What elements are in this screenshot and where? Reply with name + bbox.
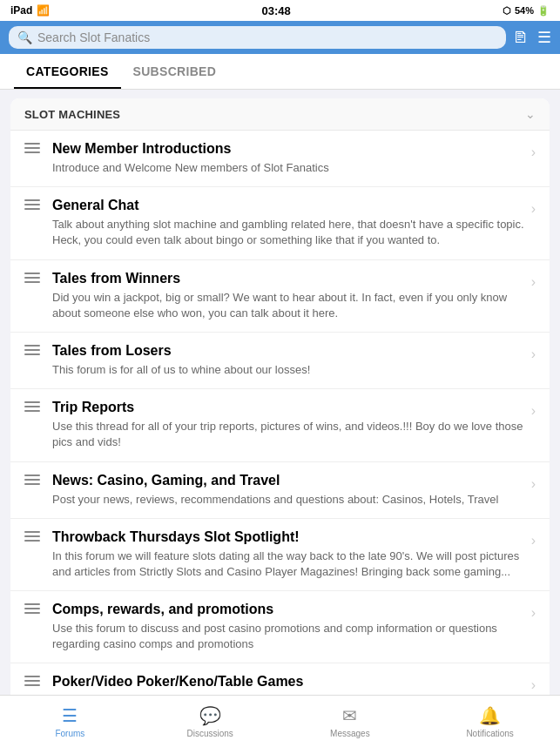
discussions-label: Discussions [186,729,233,738]
forum-name: Trip Reports [52,400,524,415]
chevron-right-icon: › [531,533,536,548]
chevron-right-icon: › [531,403,536,419]
bluetooth-icon: ⬡ [503,5,511,17]
forum-desc: Post your news, reviews, recommendations… [52,492,524,508]
notifications-label: Notifications [466,729,513,738]
forum-desc: Did you win a jackpot, big or small? We … [52,290,524,321]
chevron-right-icon: › [531,605,536,621]
search-placeholder: Search Slot Fanatics [37,30,150,44]
menu-icon[interactable]: ☰ [537,28,551,47]
tab-bar: CATEGORIES SUBSCRIBED [0,54,560,90]
chevron-right-icon: › [531,476,536,492]
section-title: SLOT MACHINES [24,108,120,121]
forum-name: Poker/Video Poker/Keno/Table Games [52,674,524,690]
forums-icon: ☰ [62,705,78,726]
forum-list-icon [24,345,44,355]
forums-label: Forums [55,729,84,738]
forum-name: General Chat [52,198,524,213]
search-bar[interactable]: 🔍 Search Slot Fanatics [9,26,506,49]
forum-content: Tales from Winners Did you win a jackpot… [52,271,524,321]
forum-list-icon [24,401,44,412]
forum-desc: Use this forum to discuss and post casin… [52,621,524,652]
nav-bar: 🔍 Search Slot Fanatics 🖹 ☰ [0,21,560,54]
forum-name: New Member Introductions [52,141,524,157]
bottom-tab-discussions[interactable]: 💬 Discussions [140,696,280,747]
chevron-right-icon: › [531,145,536,160]
forum-list-icon [24,676,44,686]
search-icon: 🔍 [17,30,32,44]
forum-desc: In this forum we will feature slots dati… [52,548,524,580]
forum-list-icon [24,531,44,542]
forum-item[interactable]: New Member Introductions Introduce and W… [10,131,550,187]
messages-label: Messages [330,729,370,738]
messages-icon: ✉ [342,705,357,726]
device-label: iPad [10,4,32,17]
status-bar: iPad 📶 03:48 ⬡ 54% 🔋 [0,0,560,21]
bottom-tab-messages[interactable]: ✉ Messages [280,696,421,747]
forum-desc: Use this thread for all of your trip rep… [52,419,524,450]
chevron-down-icon: ⌄ [525,107,536,121]
forum-name: Comps, rewards, and promotions [52,602,524,617]
bottom-tab-bar: ☰ Forums 💬 Discussions ✉ Messages 🔔 Noti… [0,695,560,747]
forum-list-icon [24,143,44,153]
status-right: ⬡ 54% 🔋 [503,5,550,17]
forum-name: Tales from Losers [52,343,524,359]
main-content: SLOT MACHINES ⌄ New Member Introductions… [0,90,560,747]
section-header[interactable]: SLOT MACHINES ⌄ [10,98,550,131]
battery-label: 54% [515,5,534,16]
time-display: 03:48 [262,4,291,17]
forum-desc: This forum is for all of us to whine abo… [52,362,524,378]
notifications-icon: 🔔 [479,705,501,726]
forum-list-icon [24,474,44,485]
tab-subscribed[interactable]: SUBSCRIBED [121,54,229,89]
forum-content: Trip Reports Use this thread for all of … [52,400,524,450]
forum-item[interactable]: Tales from Losers This forum is for all … [10,333,550,389]
discussions-icon: 💬 [199,705,221,726]
chevron-right-icon: › [531,274,536,290]
status-left: iPad 📶 [10,4,50,17]
forum-item[interactable]: Throwback Thursdays Slot Spotlight! In t… [10,519,550,591]
forum-content: Tales from Losers This forum is for all … [52,343,524,378]
chevron-right-icon: › [531,347,536,362]
forum-item[interactable]: Trip Reports Use this thread for all of … [10,389,550,461]
forum-list-icon [24,199,44,210]
forum-name: News: Casino, Gaming, and Travel [52,473,524,488]
forum-item[interactable]: General Chat Talk about anything slot ma… [10,187,550,259]
forum-content: News: Casino, Gaming, and Travel Post yo… [52,473,524,508]
tab-categories[interactable]: CATEGORIES [14,54,121,89]
wifi-icon: 📶 [37,4,50,17]
bottom-tab-forums[interactable]: ☰ Forums [0,696,140,747]
chevron-right-icon: › [531,677,536,693]
chevron-right-icon: › [531,201,536,217]
bottom-tab-notifications[interactable]: 🔔 Notifications [420,696,560,747]
forum-list-icon [24,603,44,614]
category-section: SLOT MACHINES ⌄ New Member Introductions… [10,98,550,747]
battery-icon: 🔋 [537,5,550,17]
forum-name: Throwback Thursdays Slot Spotlight! [52,529,524,545]
forum-desc: Talk about anything slot machine and gam… [52,217,524,248]
forum-item[interactable]: News: Casino, Gaming, and Travel Post yo… [10,462,550,519]
forum-content: Comps, rewards, and promotions Use this … [52,602,524,652]
forum-content: New Member Introductions Introduce and W… [52,141,524,176]
forum-content: General Chat Talk about anything slot ma… [52,198,524,248]
forum-item[interactable]: Comps, rewards, and promotions Use this … [10,591,550,663]
forum-content: Throwback Thursdays Slot Spotlight! In t… [52,529,524,580]
forum-item[interactable]: Tales from Winners Did you win a jackpot… [10,260,550,333]
forum-desc: Introduce and Welcome New members of Slo… [52,160,524,176]
compose-icon[interactable]: 🖹 [513,29,529,47]
forum-list-icon [24,273,44,283]
forum-name: Tales from Winners [52,271,524,286]
nav-icons: 🖹 ☰ [513,28,551,47]
